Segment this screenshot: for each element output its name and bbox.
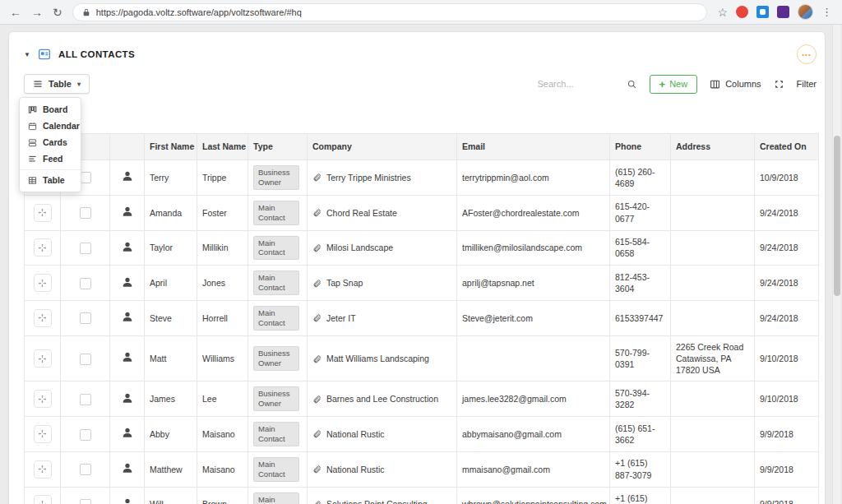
type-badge: Main Contact xyxy=(253,492,299,504)
filter-button[interactable]: Filter xyxy=(797,79,817,89)
view-selector-button[interactable]: Table ▾ xyxy=(24,74,90,94)
table-row[interactable]: Taylor Millikin Main Contact Milosi Land… xyxy=(25,230,819,266)
row-checkbox[interactable] xyxy=(80,354,91,365)
column-header-last-name[interactable]: Last Name xyxy=(197,134,248,160)
drag-handle[interactable] xyxy=(34,390,52,408)
phone-cell: 6153397447 xyxy=(610,301,671,336)
menu-item-feed[interactable]: Feed xyxy=(20,150,81,167)
created-on-cell: 9/10/2018 xyxy=(755,381,819,417)
scrollbar-thumb[interactable] xyxy=(834,136,840,296)
table-row[interactable]: Terry Trippe Business Owner Terry Trippe… xyxy=(25,160,819,196)
column-header-phone[interactable]: Phone xyxy=(610,134,671,160)
row-checkbox[interactable] xyxy=(80,429,91,441)
feed-icon xyxy=(28,155,37,164)
plus-icon: + xyxy=(659,79,666,90)
drag-handle[interactable] xyxy=(34,238,52,257)
company-name[interactable]: Milosi Landscape xyxy=(326,242,393,253)
drag-handle[interactable] xyxy=(34,425,52,443)
avatar-cell xyxy=(110,451,145,487)
company-name[interactable]: Jeter IT xyxy=(326,312,356,324)
profile-avatar[interactable] xyxy=(798,4,813,20)
url-bar[interactable]: https://pagoda.voltz.software/app/voltzs… xyxy=(72,3,708,21)
type-badge: Business Owner xyxy=(253,386,299,411)
avatar-cell xyxy=(110,417,145,452)
menu-item-calendar[interactable]: Calendar xyxy=(20,118,81,134)
person-icon xyxy=(122,462,133,474)
drag-handle[interactable] xyxy=(34,495,52,504)
row-checkbox[interactable] xyxy=(80,499,91,504)
row-checkbox[interactable] xyxy=(80,312,91,324)
company-name[interactable]: Matt Williams Landscaping xyxy=(326,353,429,364)
company-name[interactable]: Tap Snap xyxy=(326,277,363,289)
column-header-company[interactable]: Company xyxy=(308,134,457,160)
back-button[interactable]: ← xyxy=(10,7,21,18)
last-name-cell: Foster xyxy=(197,195,248,230)
row-checkbox[interactable] xyxy=(80,278,91,289)
company-name[interactable]: Terry Trippe Ministries xyxy=(326,172,411,183)
cards-icon xyxy=(28,138,37,147)
column-header-email[interactable]: Email xyxy=(457,134,610,160)
row-checkbox[interactable] xyxy=(80,394,91,405)
menu-item-cards[interactable]: Cards xyxy=(20,134,81,150)
menu-item-label: Table xyxy=(43,175,65,185)
columns-button[interactable]: Columns xyxy=(710,79,761,90)
table-row[interactable]: Matt Williams Business Owner Matt Willia… xyxy=(25,335,819,381)
row-checkbox[interactable] xyxy=(80,207,91,219)
drag-handle[interactable] xyxy=(34,460,52,479)
column-header-first-name[interactable]: First Name xyxy=(145,134,197,160)
first-name-cell: April xyxy=(145,266,197,301)
extension-icon-red[interactable] xyxy=(736,6,748,18)
checkbox-cell xyxy=(61,335,110,381)
menu-item-table[interactable]: Table xyxy=(20,169,81,188)
column-header-created-on[interactable]: Created On xyxy=(755,134,819,160)
view-selector-label: Table xyxy=(49,79,72,89)
table-row[interactable]: Will Brown Main Contact Solutions Point … xyxy=(25,487,819,504)
created-on-cell: 9/24/2018 xyxy=(755,301,819,336)
company-name[interactable]: National Rustic xyxy=(326,428,385,440)
extension-icon-blue[interactable] xyxy=(756,6,769,18)
company-name[interactable]: Solutions Point Consulting xyxy=(326,498,428,504)
company-name[interactable]: Barnes and Lee Construction xyxy=(326,393,438,405)
company-name[interactable]: Chord Real Estate xyxy=(326,207,397,219)
first-name-cell: Amanda xyxy=(145,195,197,230)
collapse-caret-icon[interactable]: ▼ xyxy=(24,51,30,58)
table-row[interactable]: Matthew Maisano Main Contact National Ru… xyxy=(25,451,819,487)
bookmark-star-icon[interactable]: ☆ xyxy=(717,6,728,19)
email-cell: terrytrippmin@aol.com xyxy=(457,160,610,196)
menu-item-label: Calendar xyxy=(43,121,80,131)
table-row[interactable]: Steve Horrell Main Contact Jeter IT xyxy=(25,301,819,336)
vertical-scrollbar[interactable] xyxy=(832,25,840,504)
table-row[interactable]: James Lee Business Owner Barnes and Lee … xyxy=(25,381,819,417)
drag-handle[interactable] xyxy=(34,349,52,368)
phone-cell: (615) 651-3662 xyxy=(610,417,671,452)
company-cell: Barnes and Lee Construction xyxy=(308,381,457,417)
company-link-icon xyxy=(312,243,322,252)
table-row[interactable]: Amanda Foster Main Contact Chord Real Es… xyxy=(25,195,819,230)
drag-handle[interactable] xyxy=(34,309,52,327)
drag-handle[interactable] xyxy=(34,204,52,222)
new-button[interactable]: + New xyxy=(650,75,698,94)
extension-icon-purple[interactable] xyxy=(777,6,789,18)
column-header-type[interactable]: Type xyxy=(248,134,308,160)
address-cell xyxy=(671,301,755,336)
forward-button[interactable]: → xyxy=(31,7,43,18)
more-options-button[interactable]: ••• xyxy=(797,44,817,64)
drag-handle[interactable] xyxy=(34,274,52,292)
chevron-down-icon: ▾ xyxy=(77,81,81,88)
row-checkbox[interactable] xyxy=(80,464,91,475)
search-input[interactable] xyxy=(538,79,620,89)
refresh-button[interactable]: ↻ xyxy=(53,7,62,18)
phone-cell: +1 (615) 887-3079 xyxy=(610,451,671,487)
company-name[interactable]: National Rustic xyxy=(326,464,385,475)
first-name-cell: Matt xyxy=(145,335,197,381)
menu-item-board[interactable]: Board xyxy=(20,101,81,118)
table-row[interactable]: Abby Maisano Main Contact National Rusti… xyxy=(25,417,819,452)
browser-menu-icon[interactable]: ⋮ xyxy=(821,6,832,18)
search-icon[interactable] xyxy=(627,79,637,90)
table-row[interactable]: April Jones Main Contact Tap Snap xyxy=(25,266,819,301)
column-header-address[interactable]: Address xyxy=(671,134,755,160)
expand-icon[interactable] xyxy=(774,79,784,90)
drag-cell xyxy=(25,487,61,504)
table-container: First Name Last Name Type Company Email … xyxy=(24,133,817,504)
row-checkbox[interactable] xyxy=(80,243,91,254)
